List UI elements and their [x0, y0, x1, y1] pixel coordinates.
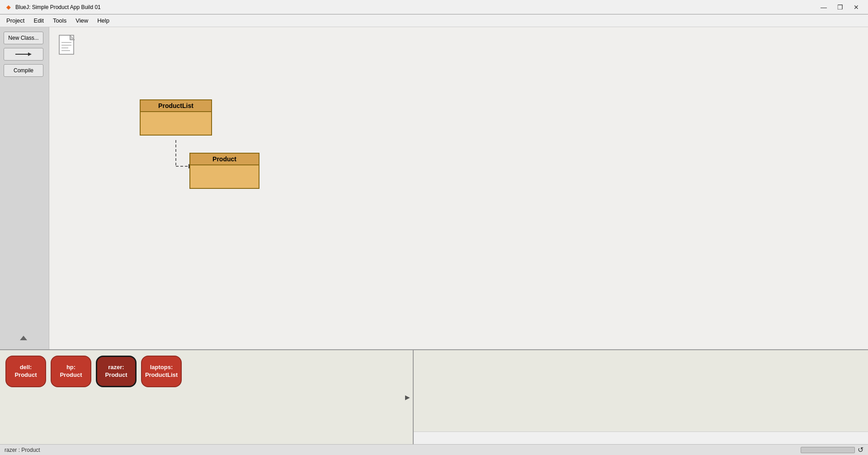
- uml-class-product-body: [190, 165, 259, 188]
- class-diagram-arrows: [49, 27, 868, 349]
- object-razer[interactable]: razer: Product: [96, 356, 137, 387]
- object-dell[interactable]: dell: Product: [5, 356, 46, 387]
- refresh-icon[interactable]: ↺: [858, 446, 863, 454]
- top-area: New Class... Compile: [0, 27, 868, 349]
- menu-tools[interactable]: Tools: [48, 15, 71, 26]
- canvas-area[interactable]: ProductList Product: [49, 27, 868, 349]
- uml-class-productlist-body: [141, 112, 211, 135]
- uml-class-product-header: Product: [190, 154, 259, 165]
- status-bar-right: ↺: [801, 446, 863, 454]
- menu-project[interactable]: Project: [2, 15, 29, 26]
- uml-class-product[interactable]: Product: [189, 153, 259, 189]
- object-hp[interactable]: hp: Product: [51, 356, 91, 387]
- close-button[interactable]: ✕: [849, 2, 863, 13]
- right-panel-main: [414, 350, 868, 432]
- uml-class-productlist-header: ProductList: [141, 100, 211, 112]
- main-container: New Class... Compile: [0, 27, 868, 455]
- object-laptops[interactable]: laptops: ProductList: [141, 356, 182, 387]
- uml-class-productlist[interactable]: ProductList: [140, 99, 212, 136]
- right-panel-input-area: [414, 432, 868, 444]
- compile-button[interactable]: Compile: [4, 64, 43, 77]
- right-panel: [414, 350, 868, 444]
- bench-expand-arrow[interactable]: ▶: [405, 394, 410, 401]
- title-bar-controls: — ❐ ✕: [816, 2, 863, 13]
- collapse-triangle[interactable]: [4, 335, 43, 345]
- status-bar: razer : Product ↺: [0, 444, 868, 455]
- title-bar: ◈ BlueJ: Simple Product App Build 01 — ❐…: [0, 0, 868, 14]
- bottom-area: dell: Product hp: Product razer: Product…: [0, 349, 868, 444]
- menu-help[interactable]: Help: [93, 15, 114, 26]
- sidebar: New Class... Compile: [0, 27, 49, 349]
- svg-marker-1: [28, 52, 32, 56]
- status-progress-bar: [801, 447, 855, 453]
- title-bar-text: BlueJ: Simple Product App Build 01: [15, 4, 816, 10]
- minimize-button[interactable]: —: [816, 2, 831, 13]
- doc-icon[interactable]: [58, 34, 78, 58]
- menu-bar: Project Edit Tools View Help: [0, 14, 868, 27]
- maximize-button[interactable]: ❐: [833, 2, 847, 13]
- menu-edit[interactable]: Edit: [29, 15, 48, 26]
- menu-view[interactable]: View: [71, 15, 93, 26]
- app-icon: ◈: [5, 4, 12, 11]
- new-class-button[interactable]: New Class...: [4, 32, 43, 44]
- status-text: razer : Product: [5, 447, 40, 453]
- arrow-tool-button[interactable]: [4, 48, 43, 61]
- object-bench: dell: Product hp: Product razer: Product…: [0, 350, 414, 444]
- right-panel-input-field[interactable]: [416, 435, 865, 441]
- svg-marker-2: [20, 336, 27, 340]
